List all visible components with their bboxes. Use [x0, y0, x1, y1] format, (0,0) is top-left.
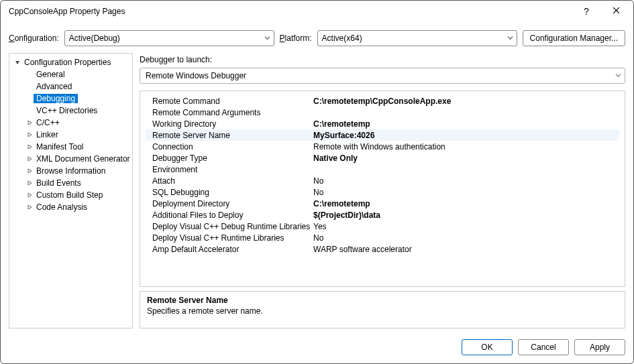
dialog-footer: OK Cancel Apply [1, 334, 633, 363]
property-value: No [313, 188, 619, 197]
property-row[interactable]: Additional Files to Deploy$(ProjectDir)\… [146, 209, 619, 221]
help-button[interactable]: ? [572, 1, 601, 21]
tree-item-label: Code Analysis [34, 202, 90, 212]
property-name: Amp Default Accelerator [146, 245, 313, 254]
property-row[interactable]: Remote CommandC:\remotetemp\CppConsoleAp… [146, 95, 619, 107]
tree-item-label: Browse Information [34, 166, 108, 176]
title-bar: CppConsoleApp Property Pages ? [1, 1, 633, 22]
property-row[interactable]: Remote Server NameMySurface:4026 [146, 129, 619, 141]
config-tree[interactable]: Configuration Properties GeneralAdvanced… [9, 53, 133, 328]
expand-open-icon [13, 60, 21, 65]
expand-closed-icon [25, 120, 34, 125]
tree-item-label: Custom Build Step [34, 190, 105, 200]
tree-item[interactable]: Debugging [9, 93, 133, 105]
tree-item[interactable]: Browse Information [9, 165, 133, 177]
tree-item-label: Linker [34, 130, 61, 139]
expand-closed-icon [25, 168, 34, 174]
property-row[interactable]: SQL DebuggingNo [146, 186, 619, 198]
configuration-select[interactable]: Active(Debug) [64, 30, 274, 46]
tree-item[interactable]: VC++ Directories [9, 105, 133, 117]
debugger-launch-value: Remote Windows Debugger [146, 71, 246, 80]
property-name: Deploy Visual C++ Runtime Libraries [146, 233, 313, 243]
debugger-launch-select[interactable]: Remote Windows Debugger [140, 68, 625, 84]
tree-item[interactable]: General [9, 68, 133, 80]
config-row: Configuration: Active(Debug) Platform: A… [1, 22, 633, 53]
tree-item-label: General [34, 70, 68, 79]
description-panel: Remote Server Name Specifies a remote se… [140, 291, 625, 328]
tree-root-label: Configuration Properties [21, 58, 113, 67]
tree-root[interactable]: Configuration Properties [9, 56, 133, 68]
main-area: Configuration Properties GeneralAdvanced… [1, 53, 633, 334]
ok-button[interactable]: OK [462, 339, 513, 355]
tree-item[interactable]: Linker [9, 129, 133, 141]
property-row[interactable]: Debugger TypeNative Only [146, 152, 619, 164]
debugger-launch-label: Debugger to launch: [140, 53, 625, 66]
configuration-value: Active(Debug) [69, 34, 120, 43]
property-name: Remote Server Name [146, 131, 313, 140]
tree-item-label: C/C++ [34, 118, 62, 127]
tree-item-label: Build Events [34, 178, 84, 188]
property-value: Yes [313, 222, 619, 231]
cancel-button[interactable]: Cancel [518, 339, 569, 355]
property-row[interactable]: Remote Command Arguments [146, 107, 619, 118]
property-value: No [313, 233, 619, 243]
property-value: Native Only [313, 154, 619, 163]
tree-item-label: Advanced [34, 82, 74, 91]
property-row[interactable]: Deploy Visual C++ Debug Runtime Librarie… [146, 221, 619, 232]
expand-closed-icon [25, 132, 34, 137]
property-value: Remote with Windows authentication [313, 142, 619, 151]
help-icon: ? [584, 6, 589, 17]
property-row[interactable]: Deploy Visual C++ Runtime LibrariesNo [146, 232, 619, 243]
platform-label: Platform: [280, 34, 312, 43]
close-button[interactable] [601, 1, 631, 21]
tree-item-label: Debugging [34, 94, 78, 103]
description-title: Remote Server Name [147, 296, 618, 305]
expand-closed-icon [25, 144, 34, 149]
property-row[interactable]: Deployment DirectoryC:\remotetemp [146, 198, 619, 209]
tree-item[interactable]: C/C++ [9, 117, 133, 129]
description-body: Specifies a remote server name. [147, 306, 618, 316]
expand-closed-icon [25, 204, 34, 210]
property-name: Deployment Directory [146, 199, 313, 208]
property-row[interactable]: Environment [146, 164, 619, 175]
property-value: C:\remotetemp [313, 199, 619, 208]
tree-item-label: Manifest Tool [34, 142, 86, 151]
configuration-label: Configuration: [9, 34, 59, 43]
property-name: Debugger Type [146, 154, 313, 163]
tree-item[interactable]: Advanced [9, 80, 133, 93]
tree-item[interactable]: Manifest Tool [9, 141, 133, 153]
property-value: C:\remotetemp\CppConsoleApp.exe [313, 97, 619, 106]
configuration-manager-button[interactable]: Configuration Manager... [523, 30, 625, 46]
window-title: CppConsoleApp Property Pages [9, 7, 572, 16]
property-name: Remote Command [146, 97, 313, 106]
property-name: Working Directory [146, 119, 313, 129]
expand-closed-icon [25, 192, 34, 198]
property-row[interactable]: Amp Default AcceleratorWARP software acc… [146, 243, 619, 255]
property-name: Environment [146, 165, 313, 174]
property-name: SQL Debugging [146, 188, 313, 197]
property-value: No [313, 176, 619, 186]
close-icon [613, 7, 620, 16]
expand-closed-icon [25, 156, 34, 162]
tree-item[interactable]: Build Events [9, 177, 133, 189]
property-row[interactable]: AttachNo [146, 175, 619, 186]
tree-item[interactable]: Custom Build Step [9, 189, 133, 201]
property-name: Additional Files to Deploy [146, 210, 313, 220]
apply-button[interactable]: Apply [574, 339, 625, 355]
tree-item[interactable]: Code Analysis [9, 201, 133, 213]
right-pane: Debugger to launch: Remote Windows Debug… [140, 53, 625, 328]
property-value: $(ProjectDir)\data [313, 210, 619, 220]
property-row[interactable]: ConnectionRemote with Windows authentica… [146, 141, 619, 152]
tree-item-label: VC++ Directories [34, 106, 100, 115]
property-name: Deploy Visual C++ Debug Runtime Librarie… [146, 222, 313, 231]
tree-item[interactable]: XML Document Generator [9, 153, 133, 165]
property-name: Connection [146, 142, 313, 151]
property-row[interactable]: Working DirectoryC:\remotetemp [146, 118, 619, 129]
expand-closed-icon [25, 180, 34, 186]
property-value: WARP software accelerator [313, 245, 619, 254]
property-grid[interactable]: Remote CommandC:\remotetemp\CppConsoleAp… [140, 90, 625, 287]
property-name: Remote Command Arguments [146, 108, 313, 117]
platform-select[interactable]: Active(x64) [317, 30, 517, 46]
platform-value: Active(x64) [322, 34, 362, 43]
tree-item-label: XML Document Generator [34, 154, 133, 164]
